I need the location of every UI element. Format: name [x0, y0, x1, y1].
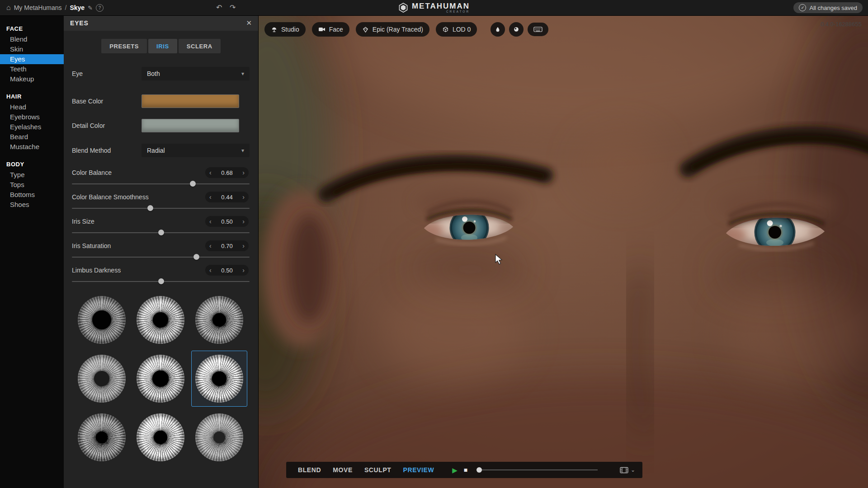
stepper-prev-icon[interactable]: ‹	[209, 267, 212, 273]
slider-label: Iris Saturation	[72, 240, 111, 251]
base-color-swatch[interactable]	[142, 94, 239, 108]
stepper-prev-icon[interactable]: ‹	[209, 169, 212, 176]
iris-preset-grid	[74, 292, 247, 465]
play-button[interactable]: ▶	[452, 467, 458, 474]
iris-preset-image	[78, 355, 126, 403]
iris-preset-5[interactable]	[132, 351, 189, 407]
stepper-prev-icon[interactable]: ‹	[209, 218, 212, 225]
slider-value[interactable]: 0.50	[221, 218, 232, 225]
mode-blend-button[interactable]: BLEND	[298, 466, 321, 474]
undo-icon[interactable]: ↶	[216, 3, 222, 12]
keyboard-shortcuts-button[interactable]	[528, 23, 548, 36]
slider-track[interactable]	[72, 230, 250, 235]
timeline-scrubber[interactable]	[476, 467, 598, 473]
stepper-next-icon[interactable]: ›	[242, 243, 245, 249]
edit-name-icon[interactable]: ✎	[88, 5, 93, 11]
home-icon[interactable]: ⌂	[6, 4, 11, 12]
iris-preset-2[interactable]	[132, 292, 189, 348]
metahuman-logo: METAHUMAN CREATOR	[0, 0, 868, 15]
stepper-next-icon[interactable]: ›	[242, 267, 245, 273]
stepper-next-icon[interactable]: ›	[242, 169, 245, 176]
mode-preview-button[interactable]: PREVIEW	[403, 466, 434, 474]
slider-track[interactable]	[72, 205, 250, 211]
topbar: ⌂ My MetaHumans / Skye ✎ ? ↶ ↷ METAHUMAN…	[0, 0, 868, 16]
check-icon: ✓	[799, 4, 806, 11]
timeline-thumb[interactable]	[476, 467, 482, 473]
iris-preset-1[interactable]	[74, 292, 130, 348]
slider-thumb[interactable]	[193, 254, 199, 260]
3d-viewport[interactable]: Studio Face Epic (Ray Traced)	[259, 15, 868, 488]
mode-sculpt-button[interactable]: SCULPT	[364, 466, 392, 474]
slider-track[interactable]	[72, 181, 250, 187]
stepper-next-icon[interactable]: ›	[242, 218, 245, 225]
sidebar-item-eyelashes[interactable]: Eyelashes	[0, 122, 64, 132]
iris-preset-6-selected[interactable]	[191, 351, 247, 407]
slider-thumb[interactable]	[158, 278, 164, 284]
stop-button[interactable]: ■	[464, 467, 467, 473]
breadcrumb-root[interactable]: My MetaHumans	[14, 4, 62, 11]
category-sidebar: FACE Blend Skin Eyes Teeth Makeup HAIR H…	[0, 15, 64, 488]
timeline-track[interactable]	[476, 469, 598, 470]
sidebar-item-type[interactable]: Type	[0, 170, 64, 180]
detail-color-swatch[interactable]	[142, 119, 239, 132]
redo-icon[interactable]: ↷	[230, 3, 236, 12]
sidebar-section-face: FACE Blend Skin Eyes Teeth Makeup	[0, 23, 64, 84]
blend-method-select[interactable]: Radial ▾	[142, 144, 250, 157]
slider-track[interactable]	[72, 254, 250, 260]
environment-button[interactable]: Studio	[264, 22, 306, 37]
environment-label: Studio	[281, 26, 299, 33]
close-icon[interactable]: ✕	[246, 19, 258, 27]
sidebar-item-shoes[interactable]: Shoes	[0, 200, 64, 210]
slider-thumb[interactable]	[147, 205, 153, 211]
sidebar-item-mustache[interactable]: Mustache	[0, 142, 64, 152]
iris-preset-3[interactable]	[191, 292, 247, 348]
slider-thumb[interactable]	[190, 181, 196, 187]
sidebar-item-makeup[interactable]: Makeup	[0, 74, 64, 84]
hair-toggle[interactable]	[509, 22, 524, 37]
slider-track[interactable]	[72, 278, 250, 284]
sidebar-item-head[interactable]: Head	[0, 102, 64, 112]
sidebar-item-beard[interactable]: Beard	[0, 132, 64, 142]
iris-preset-image	[195, 355, 243, 403]
sidebar-item-skin[interactable]: Skin	[0, 44, 64, 54]
iris-preset-4[interactable]	[74, 351, 130, 407]
animation-select-button[interactable]: ⌄	[620, 467, 635, 474]
build-version-label: 0.4.0-16288655	[821, 21, 862, 28]
tab-sclera[interactable]: SCLERA	[179, 39, 221, 53]
sidebar-item-tops[interactable]: Tops	[0, 180, 64, 190]
slider-value[interactable]: 0.44	[221, 194, 232, 201]
eye-row-label: Eye	[72, 67, 83, 80]
sidebar-item-teeth[interactable]: Teeth	[0, 64, 64, 74]
camera-button[interactable]: Face	[312, 22, 349, 37]
eye-select[interactable]: Both ▾	[142, 67, 250, 80]
breadcrumb-separator: /	[65, 4, 66, 11]
slider-stepper: ‹ 0.50 ›	[205, 216, 249, 227]
stepper-prev-icon[interactable]: ‹	[209, 194, 212, 200]
sidebar-item-bottoms[interactable]: Bottoms	[0, 190, 64, 200]
iris-preset-7[interactable]	[74, 409, 130, 465]
sphere-icon	[513, 26, 519, 33]
slider-thumb[interactable]	[158, 230, 164, 235]
slider-value[interactable]: 0.50	[221, 267, 232, 274]
iris-preset-8[interactable]	[132, 409, 189, 465]
lod-button[interactable]: LOD 0	[436, 22, 477, 37]
help-icon[interactable]: ?	[96, 4, 104, 12]
metahuman-creator-app: ⌂ My MetaHumans / Skye ✎ ? ↶ ↷ METAHUMAN…	[0, 0, 868, 488]
stepper-prev-icon[interactable]: ‹	[209, 243, 212, 249]
character-render[interactable]	[259, 15, 868, 488]
slider-stepper: ‹ 0.68 ›	[205, 167, 249, 178]
stepper-next-icon[interactable]: ›	[242, 194, 245, 200]
blend-method-value: Radial	[147, 147, 165, 154]
slider-value[interactable]: 0.70	[221, 243, 232, 249]
slider-value[interactable]: 0.68	[221, 169, 232, 176]
keyboard-icon	[533, 26, 542, 33]
iris-preset-9[interactable]	[191, 409, 247, 465]
sidebar-item-eyes[interactable]: Eyes	[0, 54, 64, 64]
sidebar-item-eyebrows[interactable]: Eyebrows	[0, 112, 64, 122]
mode-move-button[interactable]: MOVE	[333, 466, 353, 474]
tab-presets[interactable]: PRESETS	[101, 39, 147, 53]
tab-iris[interactable]: IRIS	[148, 39, 177, 53]
sidebar-item-blend[interactable]: Blend	[0, 34, 64, 44]
render-quality-button[interactable]: Epic (Ray Traced)	[356, 22, 429, 37]
clay-material-toggle[interactable]	[491, 22, 505, 37]
